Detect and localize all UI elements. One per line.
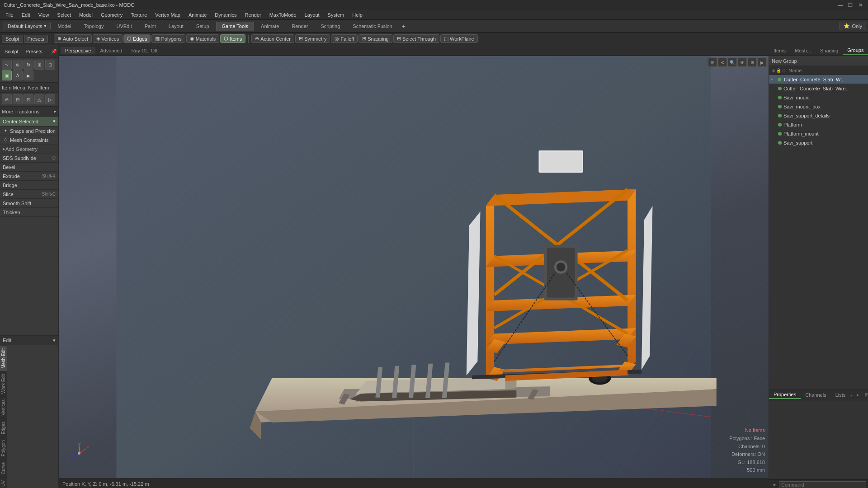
text-tool-icon[interactable]: A bbox=[13, 70, 23, 80]
tab-setup[interactable]: Setup bbox=[190, 22, 215, 31]
vp-fit-icon[interactable]: ⊞ bbox=[708, 58, 717, 67]
minimize-button[interactable]: — bbox=[836, 1, 844, 9]
tab-animate[interactable]: Animate bbox=[255, 22, 285, 31]
tab-model[interactable]: Model bbox=[52, 22, 77, 31]
active-tool-icon[interactable]: ▣ bbox=[2, 70, 12, 80]
vp-settings-icon[interactable]: ⚙ bbox=[748, 58, 757, 67]
workplane-button[interactable]: ⬚ WorkPlane bbox=[440, 34, 478, 43]
tab-paint[interactable]: Paint bbox=[139, 22, 162, 31]
add-bottom-tab-button[interactable]: + bbox=[850, 390, 854, 399]
command-input[interactable] bbox=[779, 481, 866, 488]
scale-tool-icon[interactable]: ⊞ bbox=[34, 60, 44, 70]
edges-button[interactable]: ⬡ Edges bbox=[123, 34, 151, 43]
action-center-button[interactable]: ⊕ Action Center bbox=[251, 34, 294, 43]
vert-tab-uv[interactable]: UV bbox=[0, 477, 7, 488]
tree-item-platform[interactable]: Platform bbox=[769, 120, 868, 129]
tree-item-sawsupport[interactable]: Saw_support bbox=[769, 138, 868, 147]
menu-animate[interactable]: Animate bbox=[185, 11, 210, 19]
sculpt-tab-button[interactable]: Sculpt bbox=[2, 48, 21, 55]
rotate-tool-icon[interactable]: ↻ bbox=[24, 60, 33, 70]
subtab-perspective[interactable]: Perspective bbox=[61, 47, 95, 54]
edit-dropdown[interactable]: Edit ▾ bbox=[0, 335, 58, 345]
mesh-constraints-item[interactable]: ⬡ Mesh Constraints bbox=[0, 136, 58, 145]
polygons-button[interactable]: ▦ Polygons bbox=[151, 34, 185, 43]
menu-maxtomodo[interactable]: MaxToModo bbox=[266, 11, 300, 19]
thicken-item[interactable]: Thicken bbox=[0, 208, 58, 217]
menu-geometry[interactable]: Geometry bbox=[97, 11, 126, 19]
menu-view[interactable]: View bbox=[35, 11, 53, 19]
extrude-item[interactable]: Extrude Shift-X bbox=[0, 172, 58, 181]
tree-item-cutter[interactable]: Cutter_Concrete_Slab_Wire... bbox=[769, 84, 868, 93]
select-through-button[interactable]: ⊟ Select Through bbox=[393, 34, 439, 43]
menu-help[interactable]: Help bbox=[349, 11, 366, 19]
vp-view-icon[interactable]: 👁 bbox=[738, 58, 747, 67]
sculpt-button[interactable]: Sculpt bbox=[2, 35, 23, 43]
vp-camera-icon[interactable]: ⟲ bbox=[718, 58, 727, 67]
tree-item-platformmount[interactable]: Platform_mount bbox=[769, 129, 868, 138]
presets-tab-button[interactable]: Presets bbox=[23, 48, 45, 55]
only-button[interactable]: ⭐ Only bbox=[840, 22, 866, 30]
tree-item-sawmount[interactable]: Saw_mount bbox=[769, 93, 868, 102]
rp-bottom-tab-lists[interactable]: Lists bbox=[831, 391, 850, 399]
menu-layout[interactable]: Layout bbox=[301, 11, 323, 19]
items-button[interactable]: ⬡ Items bbox=[220, 34, 245, 43]
select-tool-icon[interactable]: ↖ bbox=[2, 60, 12, 70]
tree-item-sawmountbox[interactable]: Saw_mount_box bbox=[769, 102, 868, 111]
tab-layout[interactable]: Layout bbox=[163, 22, 189, 31]
rp-tab-mesh[interactable]: Mesh... bbox=[790, 47, 816, 54]
vert-tab-curve[interactable]: Curve bbox=[0, 459, 7, 477]
tool2-4[interactable]: △ bbox=[34, 94, 44, 104]
menu-render[interactable]: Render bbox=[241, 11, 265, 19]
rp-bottom-tab-channels[interactable]: Channels bbox=[801, 391, 830, 399]
tab-schematic[interactable]: Schematic Fusion bbox=[347, 22, 398, 31]
subtab-advanced[interactable]: Advanced bbox=[95, 47, 127, 54]
rp-tab-items[interactable]: Items bbox=[769, 47, 790, 54]
presets-button[interactable]: Presets bbox=[24, 35, 48, 43]
tab-scripting[interactable]: Scripting bbox=[315, 22, 346, 31]
slice-item[interactable]: Slice Shift-C bbox=[0, 190, 58, 199]
menu-vertexmap[interactable]: Vertex Map bbox=[151, 11, 184, 19]
center-selected-row[interactable]: Center Selected ▾ bbox=[0, 117, 58, 127]
command-arrow-icon[interactable]: ▸ bbox=[771, 481, 779, 488]
rp-bottom-icon-1[interactable]: ▸ bbox=[854, 391, 862, 399]
snaps-precision-item[interactable]: ✦ Snaps and Precision bbox=[0, 127, 58, 136]
tab-topology[interactable]: Topology bbox=[78, 22, 109, 31]
auto-select-button[interactable]: ⊕ Auto Select bbox=[54, 34, 92, 43]
tool2-1[interactable]: ⊕ bbox=[2, 94, 12, 104]
tab-uvedit[interactable]: UVEdit bbox=[110, 22, 137, 31]
subtab-raygl[interactable]: Ray GL: Off bbox=[127, 47, 162, 54]
rp-bottom-tab-properties[interactable]: Properties bbox=[769, 391, 801, 399]
tab-render[interactable]: Render bbox=[286, 22, 314, 31]
menu-select[interactable]: Select bbox=[53, 11, 75, 19]
item-menu-row[interactable]: Item Menu: New Item bbox=[0, 83, 58, 93]
menu-dynamics[interactable]: Dynamics bbox=[211, 11, 240, 19]
vp-expand-icon[interactable]: ▶ bbox=[758, 58, 767, 67]
viewport-canvas[interactable]: ⊞ ⟲ 🔍 👁 ⚙ ▶ X Z Y bbox=[59, 56, 769, 478]
maximize-button[interactable]: ❐ bbox=[846, 1, 854, 9]
close-button[interactable]: ✕ bbox=[856, 1, 864, 9]
falloff-button[interactable]: ◎ Falloff bbox=[331, 34, 358, 43]
tool2-5[interactable]: ▷ bbox=[45, 94, 55, 104]
materials-button[interactable]: ◉ Materials bbox=[186, 34, 220, 43]
vert-tab-vertices[interactable]: Vertices bbox=[0, 396, 7, 418]
snapping-button[interactable]: ⊞ Snapping bbox=[359, 34, 392, 43]
more-transforms-row[interactable]: More Transforms ▸ bbox=[0, 107, 58, 117]
bridge-item[interactable]: Bridge bbox=[0, 181, 58, 190]
vert-tab-edges[interactable]: Edges bbox=[0, 418, 7, 437]
vert-tab-meshedit[interactable]: Mesh Edit bbox=[0, 345, 7, 371]
tree-item-sawsupportdetails[interactable]: Saw_support_details bbox=[769, 111, 868, 120]
smooth-shift-item[interactable]: Smooth Shift bbox=[0, 199, 58, 208]
menu-file[interactable]: File bbox=[2, 11, 17, 19]
bevel-item[interactable]: Bevel bbox=[0, 163, 58, 172]
move-tool-icon[interactable]: ⊕ bbox=[13, 60, 23, 70]
sds-subdivide-item[interactable]: SDS Subdivide D bbox=[0, 154, 58, 163]
extra-tool-icon[interactable]: ▶ bbox=[24, 70, 33, 80]
menu-model[interactable]: Model bbox=[75, 11, 96, 19]
vp-search-icon[interactable]: 🔍 bbox=[728, 58, 737, 67]
add-geometry-header[interactable]: ▸ Add Geometry bbox=[0, 145, 58, 154]
vert-tab-workedit[interactable]: Work Edit bbox=[0, 371, 7, 396]
tab-gametools[interactable]: Game Tools bbox=[216, 22, 255, 31]
rp-tab-shading[interactable]: Shading bbox=[816, 47, 843, 54]
vert-tab-polygon[interactable]: Polygon bbox=[0, 437, 7, 459]
rp-bottom-icon-2[interactable]: ⊞ bbox=[863, 391, 868, 399]
